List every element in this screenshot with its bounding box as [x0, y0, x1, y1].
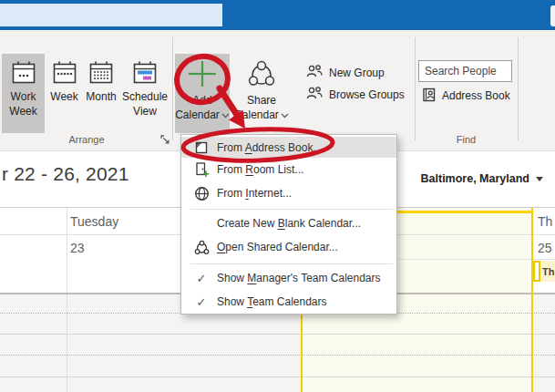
chevron-down-icon: [221, 108, 230, 122]
work-week-label-1: Work: [11, 89, 36, 104]
event-status-strip: [533, 261, 540, 282]
title-bar: [0, 0, 555, 30]
globe-icon: [190, 186, 213, 201]
add-calendar-button[interactable]: Add Calendar: [175, 54, 230, 133]
add-calendar-label-2: Calendar: [175, 108, 220, 121]
address-book-button[interactable]: Address Book: [422, 86, 510, 106]
week-label: Week: [50, 89, 77, 104]
work-week-button[interactable]: Work Week: [2, 54, 45, 133]
address-book-label: Address Book: [442, 89, 510, 102]
day-header-thursday[interactable]: Th: [538, 214, 552, 229]
month-label: Month: [86, 89, 116, 104]
group-divider: [172, 37, 173, 140]
week-icon: [51, 59, 78, 89]
address-book-add-icon: [190, 140, 213, 155]
schedule-view-button[interactable]: Schedule View: [119, 54, 170, 133]
arrange-group-label: Arrange: [0, 134, 173, 145]
add-calendar-plus-icon: [186, 59, 219, 93]
dropdown-arrow-icon: [536, 177, 543, 181]
find-group-label: Find: [415, 134, 518, 145]
menu-item-show-managers-team-calendars[interactable]: ✓ Show Manager's Team Calendars: [181, 266, 396, 290]
date-number-tuesday: 23: [70, 241, 85, 255]
menu-item-create-new-blank-calendar[interactable]: Create New Blank Calendar...: [181, 211, 396, 235]
month-button[interactable]: Month: [83, 54, 119, 133]
browse-groups-button[interactable]: Browse Groups: [306, 85, 405, 105]
today-border-right: [531, 208, 533, 392]
weather-location-dropdown[interactable]: Baltimore, Maryland: [421, 172, 543, 185]
add-calendar-dropdown-menu: From Address Book... From Room List... F…: [180, 134, 397, 315]
column-divider: [67, 208, 67, 392]
new-group-label: New Group: [329, 67, 385, 79]
work-week-label-2: Week: [9, 104, 36, 119]
share-calendar-label-2: Calendar: [234, 108, 279, 121]
group-divider: [518, 37, 519, 140]
people-group-icon: [306, 86, 323, 104]
menu-separator: [190, 209, 393, 210]
dialog-launcher-icon[interactable]: [159, 133, 171, 145]
chevron-down-icon: [281, 108, 289, 122]
menu-item-open-shared-calendar[interactable]: Open Shared Calendar...: [181, 235, 396, 259]
outlook-calendar-window: Work Week Week Month Schedule View: [0, 0, 555, 392]
shared-calendar-icon: [190, 240, 213, 255]
share-calendar-button[interactable]: Share Calendar: [231, 54, 292, 133]
share-calendar-label-1: Share: [247, 93, 276, 108]
room-add-icon: [190, 161, 213, 178]
hour-grid-line: [0, 377, 555, 377]
schedule-view-icon: [131, 59, 159, 89]
group-divider: [415, 37, 416, 140]
menu-item-from-address-book[interactable]: From Address Book...: [181, 137, 396, 158]
date-range-heading: r 22 - 26, 2021: [2, 163, 129, 185]
title-bar-button-fragment: [550, 5, 555, 26]
share-calendar-icon: [246, 59, 277, 93]
title-bar-search-area: [0, 4, 222, 26]
search-people-input[interactable]: [418, 60, 512, 82]
menu-separator: [190, 263, 393, 264]
month-icon: [87, 59, 115, 89]
day-header-tuesday[interactable]: Tuesday: [70, 214, 118, 229]
hour-grid-line: [0, 334, 555, 335]
add-calendar-label-1: Add: [192, 93, 211, 108]
half-hour-grid-line: [0, 355, 555, 356]
work-week-icon: [10, 59, 37, 89]
schedule-view-label-1: Schedule: [122, 89, 168, 104]
address-book-icon: [422, 88, 436, 105]
schedule-view-label-2: View: [133, 104, 157, 119]
people-group-icon: [306, 64, 323, 82]
week-button[interactable]: Week: [46, 54, 82, 133]
browse-groups-label: Browse Groups: [329, 88, 405, 101]
checkmark-icon: ✓: [190, 295, 213, 309]
new-group-button[interactable]: New Group: [306, 63, 385, 83]
weather-location-label: Baltimore, Maryland: [421, 172, 529, 185]
menu-item-show-team-calendars[interactable]: ✓ Show Team Calendars: [181, 290, 396, 314]
checkmark-icon: ✓: [190, 272, 213, 285]
menu-item-from-internet[interactable]: From Internet...: [181, 181, 396, 205]
date-number-thursday: 25: [538, 241, 552, 255]
menu-item-from-room-list[interactable]: From Room List...: [181, 158, 396, 181]
all-day-event[interactable]: Th: [540, 261, 555, 282]
